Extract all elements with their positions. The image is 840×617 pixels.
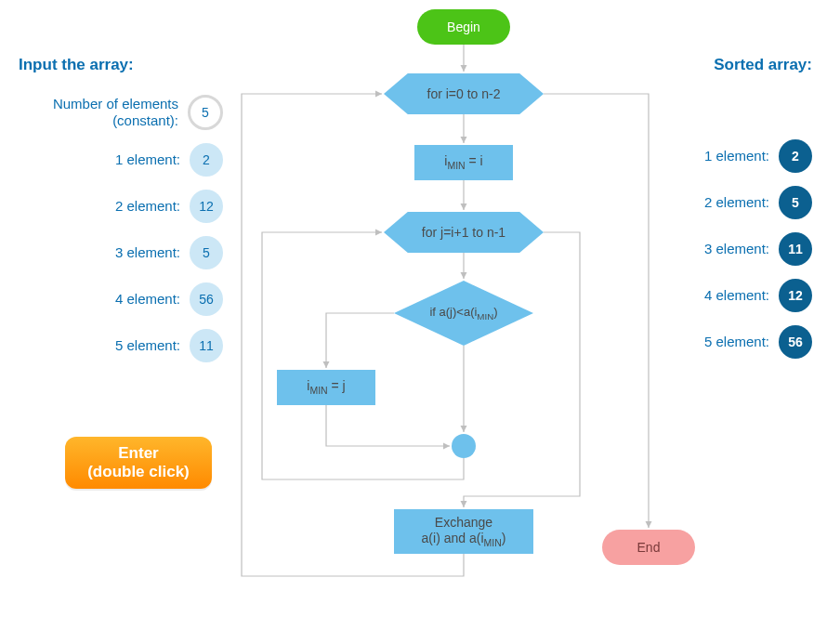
sorted-label-2: 2 element: [704, 194, 769, 211]
flow-loop-j: for j=i+1 to n-1 [384, 212, 544, 253]
input-label-5: 5 element: [115, 337, 180, 354]
input-value-4: 56 [190, 282, 223, 316]
input-label-4: 4 element: [115, 291, 180, 308]
cond-pre: if a(j)<a(i [429, 305, 477, 319]
input-title: Input the array: [19, 56, 223, 74]
exchange-post: ) [502, 531, 506, 545]
sorted-label-4: 4 element: [704, 287, 769, 304]
sorted-value-1: 2 [779, 139, 812, 173]
sorted-value-3: 11 [779, 232, 812, 266]
sorted-title: Sorted array: [626, 56, 812, 74]
cond-sub: MIN [477, 310, 493, 321]
input-label-3: 3 element: [115, 244, 180, 261]
sorted-value-4: 12 [779, 279, 812, 312]
flow-set-imin-j: iMIN = j [277, 370, 375, 405]
sorted-row-1: 1 element: 2 [626, 139, 812, 173]
input-value-2: 12 [190, 190, 223, 223]
flow-end: End [602, 530, 695, 565]
input-array-panel: Input the array: Number of elements (con… [19, 56, 223, 375]
exchange-line1: Exchange [435, 515, 492, 531]
input-row-5: 5 element: 11 [19, 329, 223, 362]
element-count-label: Number of elements (constant): [48, 96, 178, 129]
flow-set-imin-i: iMIN = i [414, 145, 513, 180]
cond-post: ) [493, 305, 497, 319]
sorted-value-5: 56 [779, 325, 812, 359]
sorted-value-2: 5 [779, 186, 812, 219]
enter-button-line1: Enter [118, 444, 158, 463]
imin-j-post: = j [328, 378, 346, 393]
input-value-1: 2 [190, 143, 223, 177]
element-count-row: Number of elements (constant): 5 [19, 95, 223, 130]
sorted-row-5: 5 element: 56 [626, 325, 812, 359]
flow-begin: Begin [417, 9, 510, 45]
flow-condition: if a(j)<a(iMIN) [394, 281, 533, 346]
sorted-array-panel: Sorted array: 1 element: 2 2 element: 5 … [626, 56, 812, 372]
sorted-row-3: 3 element: 11 [626, 232, 812, 266]
input-label-1: 1 element: [115, 151, 180, 168]
enter-button-line2: (double click) [87, 463, 190, 481]
sorted-row-4: 4 element: 12 [626, 279, 812, 312]
exchange-pre: a(i) and a(i [422, 531, 484, 545]
flow-exchange: Exchange a(i) and a(iMIN) [394, 509, 533, 554]
input-row-3: 3 element: 5 [19, 236, 223, 269]
input-value-5: 11 [190, 329, 223, 362]
sorted-row-2: 2 element: 5 [626, 186, 812, 219]
flow-connector [452, 434, 476, 458]
exchange-sub: MIN [484, 537, 502, 548]
imin-j-sub: MIN [309, 385, 327, 396]
element-count-value: 5 [188, 95, 223, 130]
input-label-2: 2 element: [115, 198, 180, 215]
input-value-3: 5 [190, 236, 223, 269]
sorted-label-1: 1 element: [704, 148, 769, 164]
flow-loop-i: for i=0 to n-2 [384, 73, 544, 114]
input-row-1: 1 element: 2 [19, 143, 223, 177]
enter-button[interactable]: Enter (double click) [65, 437, 212, 489]
sorted-label-5: 5 element: [704, 334, 769, 350]
input-row-2: 2 element: 12 [19, 190, 223, 223]
sorted-label-3: 3 element: [704, 241, 769, 257]
input-row-4: 4 element: 56 [19, 282, 223, 316]
imin-i-sub: MIN [447, 160, 465, 171]
imin-i-post: = i [466, 153, 483, 168]
